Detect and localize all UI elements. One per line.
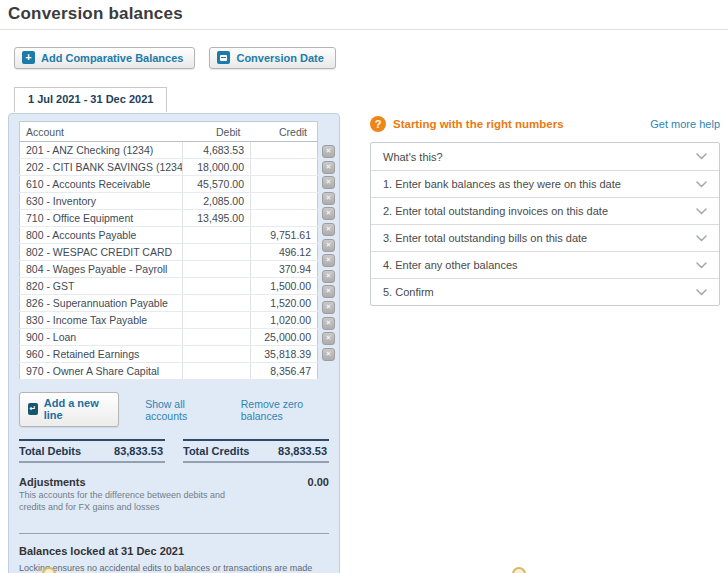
account-cell[interactable]: 201 - ANZ Checking (1234) [20,142,183,159]
total-debits-value: 83,833.53 [114,445,163,457]
help-accordion: What's this? 1. Enter bank balances as t… [370,142,720,306]
debit-cell[interactable] [183,312,251,329]
credit-cell[interactable]: 1,500.00 [251,278,318,295]
delete-row-button[interactable]: ✕ [322,192,335,205]
help-accordion-item[interactable]: 5. Confirm [371,278,719,305]
delete-row-button[interactable]: ✕ [322,161,335,174]
total-debits: Total Debits 83,833.53 [19,439,165,463]
conversion-date-button[interactable]: Conversion Date [209,47,335,69]
credit-cell[interactable] [251,159,318,176]
credit-cell[interactable] [251,142,318,159]
remove-zero-balances-link[interactable]: Remove zero balances [241,398,329,422]
add-new-line-button[interactable]: ↵ Add a new line [19,392,119,427]
plus-icon: + [22,51,35,64]
account-cell[interactable]: 826 - Superannuation Payable [20,295,183,312]
credit-cell[interactable]: 8,356.47 [251,363,318,380]
credit-cell[interactable]: 9,751.61 [251,227,318,244]
adjustments-section: Adjustments 0.00 This accounts for the d… [19,476,329,513]
credit-cell[interactable]: 1,020.00 [251,312,318,329]
debit-cell[interactable] [183,278,251,295]
delete-row-button[interactable]: ✕ [322,239,335,252]
account-cell[interactable]: 630 - Inventory [20,193,183,210]
delete-row-button[interactable]: ✕ [322,301,335,314]
help-item-label: 4. Enter any other balances [383,259,518,271]
delete-row-button[interactable]: ✕ [322,348,335,361]
debit-cell[interactable] [183,329,251,346]
account-cell[interactable]: 202 - CITI BANK SAVINGS (1234) [20,159,183,176]
add-new-line-label: Add a new line [44,397,106,421]
delete-row-button[interactable]: ✕ [322,254,335,267]
calendar-icon [217,51,230,64]
debit-cell[interactable]: 13,495.00 [183,210,251,227]
table-row: 804 - Wages Payable - Payroll 370.94 [20,261,318,278]
table-row: 970 - Owner A Share Capital 8,356.47 [20,363,318,380]
delete-row-button[interactable]: ✕ [322,207,335,220]
credit-cell[interactable] [251,176,318,193]
debit-cell[interactable] [183,346,251,363]
account-cell[interactable]: 970 - Owner A Share Capital [20,363,183,380]
delete-row-button[interactable]: ✕ [322,285,335,298]
table-row: 830 - Income Tax Payable 1,020.00 [20,312,318,329]
tab-period[interactable]: 1 Jul 2021 - 31 Dec 2021 [14,87,167,112]
debit-cell[interactable] [183,227,251,244]
credit-cell[interactable]: 25,000.00 [251,329,318,346]
credit-cell[interactable] [251,210,318,227]
section-divider [19,533,329,534]
chevron-down-icon [696,208,707,215]
account-cell[interactable]: 830 - Income Tax Payable [20,312,183,329]
add-comparative-balances-button[interactable]: + Add Comparative Balances [14,47,195,69]
conversion-balances-panel: Account Debit Credit 201 - ANZ Checking … [8,113,340,573]
add-comparative-balances-label: Add Comparative Balances [41,52,183,64]
total-debits-label: Total Debits [19,445,81,457]
debit-cell[interactable] [183,244,251,261]
help-accordion-item[interactable]: 3. Enter total outstanding bills on this… [371,224,719,251]
delete-row-button[interactable]: ✕ [322,270,335,283]
help-accordion-item[interactable]: 4. Enter any other balances [371,251,719,278]
chevron-down-icon [696,181,707,188]
help-panel: ? Starting with the right numbers Get mo… [370,113,720,306]
account-cell[interactable]: 960 - Retained Earnings [20,346,183,363]
credit-cell[interactable]: 370.94 [251,261,318,278]
credit-cell[interactable]: 1,520.00 [251,295,318,312]
show-all-accounts-link[interactable]: Show all accounts [145,398,215,422]
balances-locked-text: Locking ensures no accidental edits to b… [19,562,329,573]
balances-table-zone: Account Debit Credit 201 - ANZ Checking … [19,121,332,380]
account-cell[interactable]: 820 - GST [20,278,183,295]
debit-cell[interactable]: 4,683.53 [183,142,251,159]
help-accordion-item[interactable]: 2. Enter total outstanding invoices on t… [371,197,719,224]
debit-cell[interactable] [183,363,251,380]
account-cell[interactable]: 900 - Loan [20,329,183,346]
credit-cell[interactable]: 496.12 [251,244,318,261]
delete-row-button[interactable]: ✕ [322,145,335,158]
debit-cell[interactable] [183,295,251,312]
delete-row-button[interactable]: ✕ [322,332,335,345]
credit-cell[interactable] [251,193,318,210]
table-row: 900 - Loan 25,000.00 [20,329,318,346]
help-item-label: What's this? [383,151,443,163]
help-title: Starting with the right numbers [393,118,564,130]
account-cell[interactable]: 804 - Wages Payable - Payroll [20,261,183,278]
delete-row-button[interactable]: ✕ [322,223,335,236]
content: Account Debit Credit 201 - ANZ Checking … [0,112,728,573]
account-cell[interactable]: 710 - Office Equipment [20,210,183,227]
chevron-down-icon [696,153,707,160]
column-header-debit: Debit [183,122,251,142]
help-accordion-item[interactable]: What's this? [371,143,719,170]
debit-cell[interactable] [183,261,251,278]
adjustments-description: This accounts for the difference between… [19,489,252,513]
debit-cell[interactable]: 45,570.00 [183,176,251,193]
table-row: 800 - Accounts Payable 9,751.61 [20,227,318,244]
account-cell[interactable]: 610 - Accounts Receivable [20,176,183,193]
account-cell[interactable]: 800 - Accounts Payable [20,227,183,244]
get-more-help-link[interactable]: Get more help [650,118,720,130]
delete-row-button[interactable]: ✕ [322,317,335,330]
help-item-label: 3. Enter total outstanding bills on this… [383,232,587,244]
credit-cell[interactable]: 35,818.39 [251,346,318,363]
total-credits-value: 83,833.53 [278,445,327,457]
account-cell[interactable]: 802 - WESPAC CREDIT CARD [20,244,183,261]
help-accordion-item[interactable]: 1. Enter bank balances as they were on t… [371,170,719,197]
debit-cell[interactable]: 2,085.00 [183,193,251,210]
column-header-credit: Credit [251,122,318,142]
debit-cell[interactable]: 18,000.00 [183,159,251,176]
delete-row-button[interactable]: ✕ [322,176,335,189]
